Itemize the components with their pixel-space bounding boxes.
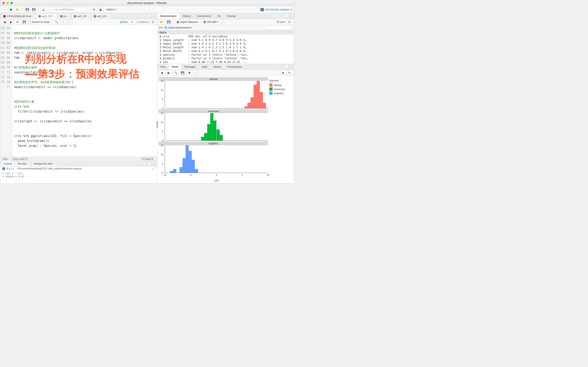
file-type-selector[interactable]: R Script ⇅ [140,157,155,161]
load-workspace-button[interactable]: 📂 [159,20,164,25]
environment-list[interactable]: Data ◉iris150 obs. of 9 variables$ Sepal… [157,30,294,64]
zoom-window-icon[interactable] [10,2,13,4]
close-tab-icon[interactable]: × [54,15,55,17]
env-row[interactable]: ◉iris150 obs. of 9 variables [157,34,294,38]
env-tab[interactable]: Tutorial [224,13,238,19]
save-button[interactable]: 💾 [25,7,30,12]
file-icon [60,15,62,17]
env-row[interactable]: $ Sepal.Length: num 5.1 4.9 4.7 4.6 5 5.… [157,38,294,42]
plot-tab[interactable]: Presentation [224,64,245,69]
env-row[interactable]: $ LD1 : num 8.06 7.13 7.49 6.81 8.13 ... [157,60,294,64]
source-tab[interactable]: ex5_5.R× [91,14,111,19]
minimize-plots-icon[interactable]: – [285,65,288,68]
save-all-button[interactable]: 💾 [31,7,36,12]
publish-plot-button[interactable]: ◉ [280,70,286,75]
print-button[interactable]: 🖨 [41,7,46,12]
export-plot-button[interactable]: 💾 [180,70,185,75]
window-title: discriminant analysis - RStudio [127,1,167,4]
console-tab[interactable]: Terminal × [15,161,31,166]
minimize-pane-icon[interactable]: – [148,14,151,17]
save-file-button[interactable]: 💾 [21,20,27,25]
env-scope-selector[interactable]: 🌐 Global Environment ▾ [164,26,191,29]
source-tab[interactable]: 3 R中的判别分析.Rmd× [1,14,36,19]
source-tab[interactable]: ex5_3.R× [71,14,91,19]
clear-plots-button[interactable]: 🧹 [194,70,199,75]
open-file-button[interactable]: 📂 [15,7,20,12]
goto-file-input[interactable]: ↪Go to file/function [50,7,87,12]
minimize-env-icon[interactable]: – [285,14,288,17]
close-window-icon[interactable] [2,2,5,4]
new-project-button[interactable]: ⬢ [8,7,14,12]
back-button[interactable]: ◀ [2,20,7,25]
plots-tabs: FilesPlotsPackagesHelpViewerPresentation… [157,64,294,70]
source-tabs: 3 R中的判别分析.Rmd×eg.5_2.R*×iris×ex5_3.R×ex5… [0,13,157,19]
console-tab[interactable]: Background Jobs × [31,161,57,166]
next-plot-button[interactable]: ▶ [166,70,171,75]
env-row[interactable]: $ Petal.Width : num 0.2 0.2 0.2 0.2 0.2 … [157,49,294,53]
plot-tab[interactable]: Viewer [210,64,224,69]
env-tab[interactable]: Git [214,13,224,19]
code-editor[interactable]: 53 54 55 56 57 58 59 60 61 62 63 64 65 6… [0,25,157,157]
wand-button[interactable]: ✨ [60,20,66,25]
env-search-input[interactable] [266,26,292,30]
close-tab-icon[interactable]: × [87,15,89,17]
find-button[interactable]: 🔍 [54,20,59,25]
plot-tab[interactable]: Packages [181,64,199,69]
env-tab[interactable]: History [180,13,194,19]
outline-button[interactable]: ☰ [150,20,156,25]
close-tab-icon[interactable]: × [32,15,33,17]
maximize-plots-icon[interactable]: ▢ [289,65,293,68]
env-tab[interactable]: Environment [157,13,180,19]
source-on-save-checkbox[interactable] [28,21,31,24]
maximize-console-icon[interactable]: ▢ [152,162,156,165]
remove-plot-button[interactable]: ✖ [187,70,192,75]
plot-tab[interactable]: Plots [169,64,181,69]
close-tab-icon[interactable]: × [68,15,69,17]
env-tab[interactable]: Connections [194,13,214,19]
view-mode-selector[interactable]: ☰ List ▾ [277,21,285,24]
tools-button[interactable]: ⚙ [91,7,96,12]
grid-button[interactable]: ▦ [98,7,103,12]
minimize-console-icon[interactable]: – [148,162,151,165]
import-dataset-button[interactable]: 📥 Import Dataset ▾ [176,21,198,24]
prev-plot-button[interactable]: ◀ [159,70,164,75]
env-row[interactable]: $ Petal.Length: num 1.4 1.4 1.3 1.5 1.4 … [157,45,294,49]
console-output[interactable]: + col = "red",+ alpha = 0.6) [0,171,157,183]
project-menu[interactable]: R discriminant analysis ▾ [260,8,292,11]
editor-status-bar: 106:1 (Top Level) ⇅ R Script ⇅ [0,157,157,161]
zoom-plot-button[interactable]: 🔍 [173,70,178,75]
plot-tab[interactable]: Files [157,64,169,69]
refresh-plot-button[interactable]: ↻ [287,70,292,75]
rerun-button[interactable]: ↻ [130,20,135,25]
new-file-button[interactable]: ＋ [2,7,7,12]
memory-indicator[interactable]: 🟢 263 MiB ▾ [203,21,218,24]
clear-objects-button[interactable]: 🧹 [219,20,225,25]
save-workspace-button[interactable]: 💾 [166,20,171,25]
legend-item: virginica [269,92,291,95]
plot-tab[interactable]: Help [199,64,210,69]
refresh-env-button[interactable]: ↻ [287,20,292,25]
show-in-new-window-button[interactable]: ⧉ [15,20,20,25]
forward-button[interactable]: ▶ [8,20,14,25]
plot-area: count setosa0-5-10-15-versicolor0-5-10-1… [157,76,294,183]
file-icon [3,15,6,17]
source-tab[interactable]: iris× [58,14,71,19]
maximize-pane-icon[interactable]: ▢ [152,14,156,17]
clear-console-icon[interactable]: 🧹 [152,167,155,170]
maximize-env-icon[interactable]: ▢ [289,14,293,17]
env-row[interactable]: $ predict : Factor w/ 3 levels "setosa",… [157,57,294,60]
env-row[interactable]: $ Sepal.Width : num 3.5 3 3.2 3.1 3.6 3.… [157,42,294,45]
legend-item: setosa [269,83,291,87]
close-tab-icon[interactable]: × [107,15,108,17]
env-row[interactable]: $ Species : Factor w/ 3 levels "setosa",… [157,53,294,57]
minimize-window-icon[interactable] [6,2,9,4]
language-selector[interactable]: R ▾ [159,26,163,29]
source-button[interactable]: ↧ Source ▾ [136,21,149,24]
source-tab[interactable]: eg.5_2.R*× [36,14,57,19]
compile-button[interactable]: 📄 [67,20,72,25]
run-button[interactable]: ▶ Run [121,21,128,24]
legend-item: versicolor [269,87,291,91]
addins-menu[interactable]: Addins ▾ [104,8,118,11]
console-tab[interactable]: Console [1,161,15,166]
scope-selector[interactable]: (Top Level) ⇅ [11,157,29,161]
